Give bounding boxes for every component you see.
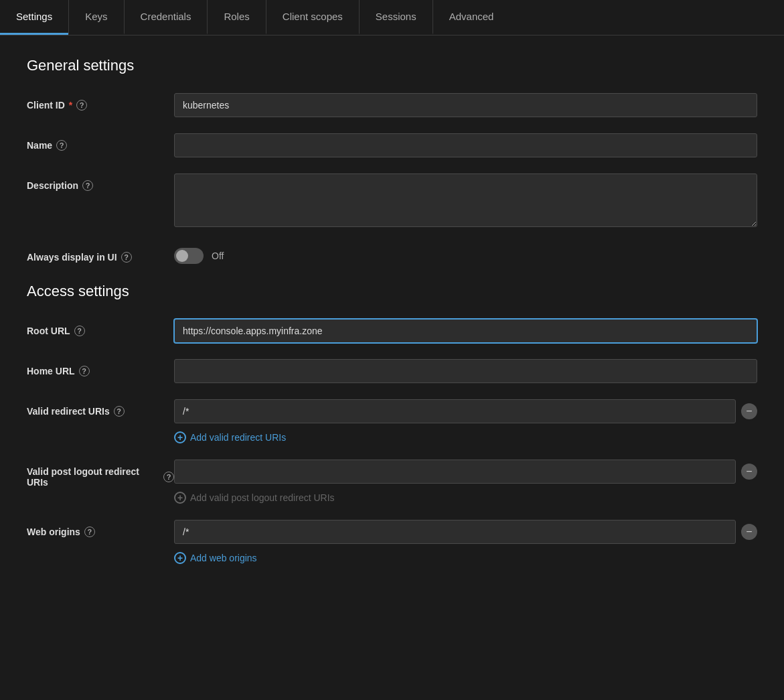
access-settings-title: Access settings: [27, 283, 757, 300]
toggle-knob: [176, 250, 188, 262]
remove-redirect-uri-0[interactable]: −: [741, 403, 757, 419]
description-label: Description ?: [27, 173, 174, 191]
root-url-row: Root URL ?: [27, 319, 757, 343]
root-url-input[interactable]: [174, 319, 757, 343]
post-logout-uri-entry-0: −: [174, 460, 757, 484]
root-url-help-icon[interactable]: ?: [74, 326, 85, 336]
description-control: [174, 173, 757, 229]
tab-advanced[interactable]: Advanced: [433, 0, 510, 35]
tab-roles[interactable]: Roles: [207, 0, 265, 35]
name-control: [174, 133, 757, 157]
web-origins-row: Web origins ? − + Add web origins: [27, 520, 757, 564]
name-label: Name ?: [27, 133, 174, 151]
client-id-help-icon[interactable]: ?: [76, 100, 87, 111]
add-web-origin-link[interactable]: + Add web origins: [174, 552, 257, 564]
toggle-state-label: Off: [212, 251, 224, 261]
tab-sessions[interactable]: Sessions: [359, 0, 433, 35]
client-id-input[interactable]: [174, 93, 757, 117]
add-web-origin-label: Add web origins: [190, 553, 257, 563]
redirect-uri-input-0[interactable]: [174, 399, 736, 423]
valid-redirect-uris-label: Valid redirect URIs ?: [27, 399, 174, 417]
tab-bar: Settings Keys Credentials Roles Client s…: [0, 0, 784, 36]
description-input[interactable]: [174, 173, 757, 227]
settings-content: General settings Client ID * ? Name ? De…: [0, 36, 784, 602]
web-origins-help-icon[interactable]: ?: [84, 527, 95, 537]
description-help-icon[interactable]: ?: [82, 180, 93, 191]
valid-post-logout-uris-control: − + Add valid post logout redirect URIs: [174, 460, 757, 504]
root-url-label: Root URL ?: [27, 319, 174, 336]
client-id-row: Client ID * ?: [27, 93, 757, 117]
always-display-help-icon[interactable]: ?: [121, 252, 132, 263]
add-redirect-uri-link[interactable]: + Add valid redirect URIs: [174, 431, 286, 443]
add-post-logout-uri-link[interactable]: + Add valid post logout redirect URIs: [174, 492, 335, 504]
always-display-control: Off: [174, 245, 757, 264]
name-row: Name ?: [27, 133, 757, 157]
tab-client-scopes[interactable]: Client scopes: [266, 0, 359, 35]
valid-redirect-uris-control: − + Add valid redirect URIs: [174, 399, 757, 443]
web-origins-input-0[interactable]: [174, 520, 736, 544]
name-help-icon[interactable]: ?: [56, 140, 67, 151]
description-row: Description ?: [27, 173, 757, 229]
general-settings-title: General settings: [27, 57, 757, 74]
web-origins-entry-0: −: [174, 520, 757, 544]
valid-redirect-help-icon[interactable]: ?: [114, 406, 125, 417]
tab-settings[interactable]: Settings: [0, 0, 68, 35]
remove-post-logout-uri-0[interactable]: −: [741, 464, 757, 480]
add-post-logout-uri-label: Add valid post logout redirect URIs: [190, 492, 335, 503]
add-redirect-uri-label: Add valid redirect URIs: [190, 432, 286, 443]
valid-post-logout-uris-row: Valid post logout redirect URIs ? − + Ad…: [27, 460, 757, 504]
add-web-origin-icon: +: [174, 552, 186, 564]
home-url-control: [174, 359, 757, 383]
add-redirect-uri-icon: +: [174, 431, 186, 443]
remove-web-origin-0[interactable]: −: [741, 524, 757, 540]
valid-post-logout-label: Valid post logout redirect URIs ?: [27, 460, 174, 488]
always-display-toggle[interactable]: [174, 248, 204, 264]
name-input[interactable]: [174, 133, 757, 157]
tab-keys[interactable]: Keys: [68, 0, 123, 35]
redirect-uri-entry-0: −: [174, 399, 757, 423]
required-indicator: *: [69, 100, 72, 111]
post-logout-uri-input-0[interactable]: [174, 460, 736, 484]
home-url-row: Home URL ?: [27, 359, 757, 383]
valid-post-logout-help-icon[interactable]: ?: [163, 472, 174, 482]
always-display-label: Always display in UI ?: [27, 245, 174, 263]
always-display-row: Always display in UI ? Off: [27, 245, 757, 264]
valid-redirect-uris-row: Valid redirect URIs ? − + Add valid redi…: [27, 399, 757, 443]
home-url-label: Home URL ?: [27, 359, 174, 376]
toggle-wrapper: Off: [174, 245, 757, 264]
web-origins-control: − + Add web origins: [174, 520, 757, 564]
home-url-help-icon[interactable]: ?: [79, 366, 90, 376]
client-id-control: [174, 93, 757, 117]
client-id-label: Client ID * ?: [27, 93, 174, 111]
tab-credentials[interactable]: Credentials: [124, 0, 208, 35]
web-origins-label: Web origins ?: [27, 520, 174, 537]
home-url-input[interactable]: [174, 359, 757, 383]
add-post-logout-uri-icon: +: [174, 492, 186, 504]
root-url-control: [174, 319, 757, 343]
